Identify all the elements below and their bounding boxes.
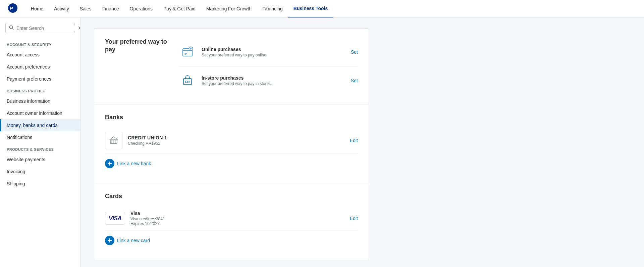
nav-item-marketing[interactable]: Marketing For Growth	[201, 0, 257, 17]
search-input[interactable]	[16, 26, 75, 31]
svg-rect-9	[111, 140, 112, 143]
bank-details: CREDIT UNION 1 Checking ••••1952	[128, 135, 350, 146]
sidebar-item-account-access[interactable]: Account access	[0, 49, 80, 61]
preferred-pay-content: Online purchases Set your preferred way …	[179, 38, 358, 95]
visa-badge: VISA	[105, 212, 125, 225]
online-purchases-icon	[179, 43, 196, 61]
bank-account: Checking ••••1952	[128, 141, 350, 146]
instore-purchases-name: In-store purchases	[202, 75, 351, 81]
link-new-card-text: Link a new card	[117, 238, 150, 243]
sidebar-item-payment-preferences[interactable]: Payment preferences	[0, 73, 80, 85]
cards-section: Cards VISA Visa Visa credit ••••3841 Exp…	[94, 183, 369, 260]
nav-item-sales[interactable]: Sales	[74, 0, 97, 17]
link-new-bank-circle	[105, 159, 114, 168]
svg-rect-11	[115, 140, 116, 143]
card-item-1: VISA Visa Visa credit ••••3841 Expires 1…	[105, 207, 358, 230]
bank-icon	[105, 132, 122, 149]
nav-item-operations[interactable]: Operations	[124, 0, 158, 17]
card-info-2: Expires 10/2027	[130, 221, 350, 226]
banks-section: Banks CREDIT UNION 1	[94, 104, 369, 183]
online-purchases-desc: Set your preferred way to pay online.	[202, 53, 351, 57]
nav-item-financing[interactable]: Financing	[257, 0, 288, 17]
preferred-pay-left: Your preferred way to pay	[105, 38, 179, 54]
nav-item-business-tools[interactable]: Business Tools	[288, 0, 333, 17]
nav-item-activity[interactable]: Activity	[49, 0, 74, 17]
svg-rect-7	[185, 81, 187, 83]
bank-item-1: CREDIT UNION 1 Checking ••••1952 Edit	[105, 128, 358, 153]
sidebar-item-business-information[interactable]: Business information	[0, 95, 80, 107]
search-container: ✕	[0, 23, 80, 39]
sidebar-item-account-preferences[interactable]: Account preferences	[0, 61, 80, 73]
sidebar: ✕ ACCOUNT & SECURITY Account access Acco…	[0, 17, 80, 267]
online-purchases-set-link[interactable]: Set	[351, 49, 358, 55]
search-icon	[9, 25, 14, 31]
account-security-label: ACCOUNT & SECURITY	[0, 39, 80, 49]
nav-list: Home Activity Sales Finance Operations P…	[25, 0, 333, 17]
sidebar-item-invoicing[interactable]: Invoicing	[0, 166, 80, 178]
nav-item-finance[interactable]: Finance	[97, 0, 124, 17]
preferred-pay-section: Your preferred way to pay	[94, 29, 369, 104]
bank-edit-link[interactable]: Edit	[350, 138, 358, 143]
search-clear-icon[interactable]: ✕	[78, 26, 80, 31]
banks-title: Banks	[105, 114, 358, 121]
svg-line-3	[12, 29, 14, 30]
top-navigation: P Home Activity Sales Finance Operations…	[0, 0, 644, 17]
card-name: Visa	[130, 211, 350, 216]
instore-purchases-row: In-store purchases Set your preferred wa…	[179, 66, 358, 95]
paypal-logo: P	[8, 3, 25, 14]
sidebar-item-website-payments[interactable]: Website payments	[0, 153, 80, 166]
card-details: Visa Visa credit ••••3841 Expires 10/202…	[130, 211, 350, 226]
sidebar-item-shipping[interactable]: Shipping	[0, 178, 80, 190]
svg-text:P: P	[10, 6, 13, 11]
online-purchases-name: Online purchases	[202, 47, 351, 52]
svg-rect-12	[110, 143, 117, 144]
online-purchases-row: Online purchases Set your preferred way …	[179, 38, 358, 66]
visa-logo-text: VISA	[109, 215, 121, 222]
products-services-label: PRODUCTS & SERVICES	[0, 143, 80, 153]
sidebar-item-account-owner-information[interactable]: Account owner information	[0, 107, 80, 119]
card-info-1: Visa credit ••••3841	[130, 217, 350, 221]
main-content: Your preferred way to pay	[80, 17, 644, 267]
link-new-card-circle	[105, 236, 114, 245]
nav-item-pay-get-paid[interactable]: Pay & Get Paid	[158, 0, 201, 17]
preferred-pay-title: Your preferred way to pay	[105, 38, 179, 54]
nav-item-home[interactable]: Home	[25, 0, 49, 17]
sidebar-item-notifications[interactable]: Notifications	[0, 131, 80, 143]
instore-purchases-icon	[179, 72, 196, 89]
cards-title: Cards	[105, 193, 358, 200]
business-profile-label: BUSINESS PROFILE	[0, 85, 80, 95]
instore-purchases-details: In-store purchases Set your preferred wa…	[202, 75, 351, 86]
link-new-card-row[interactable]: Link a new card	[105, 230, 358, 251]
link-new-bank-text: Link a new bank	[117, 161, 151, 166]
link-new-bank-row[interactable]: Link a new bank	[105, 153, 358, 174]
sidebar-item-money-banks-cards[interactable]: Money, banks and cards	[0, 119, 80, 131]
instore-purchases-desc: Set your preferred way to pay in stores.	[202, 81, 351, 86]
svg-rect-10	[113, 140, 114, 143]
card-edit-link[interactable]: Edit	[350, 216, 358, 221]
bank-name: CREDIT UNION 1	[128, 135, 350, 140]
search-box[interactable]: ✕	[5, 23, 75, 33]
online-purchases-details: Online purchases Set your preferred way …	[202, 47, 351, 57]
instore-purchases-set-link[interactable]: Set	[351, 78, 358, 83]
content-card: Your preferred way to pay	[94, 28, 369, 260]
